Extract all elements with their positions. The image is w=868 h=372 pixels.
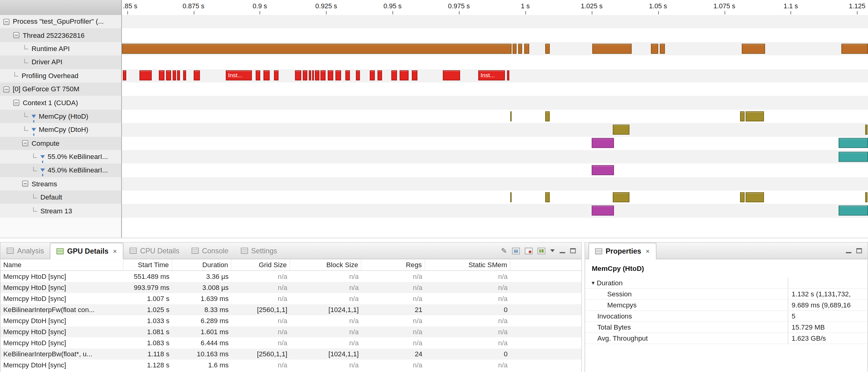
- timeline-bar[interactable]: [510, 111, 512, 121]
- timeline-bar[interactable]: [740, 192, 745, 202]
- timeline-bar[interactable]: [315, 71, 319, 81]
- timeline-lane-streams[interactable]: [122, 177, 868, 191]
- timeline-bar[interactable]: [400, 71, 408, 81]
- timeline-bar[interactable]: [838, 206, 868, 216]
- property-row-avg-throughput[interactable]: Avg. Throughput1.623 GB/s: [585, 333, 867, 344]
- maximize-icon[interactable]: [856, 248, 862, 253]
- focus-icon[interactable]: [525, 248, 533, 254]
- property-row-invocations[interactable]: Invocations5: [585, 311, 867, 322]
- timeline-bar[interactable]: [321, 71, 326, 81]
- timeline-bar[interactable]: [865, 124, 867, 134]
- table-row[interactable]: Memcpy DtoH [sync]1.128 s1.6 msn/an/an/a…: [1, 360, 582, 371]
- timeline-bar[interactable]: [518, 44, 522, 54]
- filter-icon[interactable]: [40, 155, 45, 159]
- tree-row-context[interactable]: −Context 1 (CUDA): [0, 96, 121, 110]
- tree-row-thread[interactable]: −Thread 2522362816: [0, 29, 121, 42]
- collapse-icon[interactable]: −: [13, 99, 19, 106]
- timeline-lane-driver-api[interactable]: [122, 56, 868, 69]
- tree-row-stream-13[interactable]: Stream 13: [0, 204, 121, 218]
- timeline-panel[interactable]: .85 s0.875 s0.9 s0.925 s0.95 s0.975 s1 s…: [122, 0, 868, 238]
- property-row-memcpys[interactable]: Memcpys9.689 ms (9,689,16: [585, 300, 867, 311]
- timeline-bar[interactable]: [651, 44, 658, 54]
- column-header-grid-size[interactable]: Grid Size: [231, 259, 290, 270]
- export-icon[interactable]: [537, 248, 545, 254]
- collapse-icon[interactable]: −: [22, 140, 28, 146]
- column-header-regs[interactable]: Regs: [362, 259, 425, 270]
- tree-row-memcpy-dtoh[interactable]: MemCpy (DtoH): [0, 123, 121, 137]
- timeline-bar[interactable]: [377, 71, 382, 81]
- column-header-start-time[interactable]: Start Time: [123, 259, 172, 270]
- collapse-icon[interactable]: −: [13, 32, 19, 38]
- timeline-bar[interactable]: [166, 71, 171, 81]
- timeline-lane-stream-13[interactable]: [122, 204, 868, 218]
- timeline-bar[interactable]: [838, 138, 868, 148]
- column-header-block-size[interactable]: Block Size: [290, 259, 361, 270]
- column-header-static-smem[interactable]: Static SMem: [425, 259, 510, 270]
- tab-console[interactable]: Console: [186, 242, 235, 259]
- timeline-bar[interactable]: [391, 71, 397, 81]
- timeline-bar[interactable]: [173, 71, 176, 81]
- timeline-bar[interactable]: [545, 111, 550, 121]
- timeline-bar[interactable]: [177, 71, 180, 81]
- tree-row-kernel-55[interactable]: 55.0% KeBilinearI...: [0, 150, 121, 164]
- timeline-lane-kernel-55[interactable]: [122, 150, 868, 164]
- close-icon[interactable]: ×: [113, 248, 117, 255]
- collapse-icon[interactable]: −: [3, 86, 9, 92]
- timeline-bar[interactable]: [660, 44, 665, 54]
- timeline-bar[interactable]: [412, 71, 417, 81]
- tab-cpu-details[interactable]: CPU Details: [123, 242, 185, 259]
- tree-row-compute[interactable]: −Compute: [0, 137, 121, 150]
- timeline-lane-context[interactable]: [122, 96, 868, 110]
- tree-row-runtime-api[interactable]: Runtime API: [0, 42, 121, 56]
- tree-row-process[interactable]: −Process "test_GpuProfiler" (...: [0, 15, 121, 29]
- collapse-icon[interactable]: −: [3, 19, 9, 25]
- timeline-bar[interactable]: [513, 44, 517, 54]
- expander-icon[interactable]: ▼: [591, 280, 595, 286]
- timeline-bar[interactable]: [592, 44, 631, 54]
- filter-icon[interactable]: [32, 115, 36, 118]
- timeline-lane-default-stream[interactable]: [122, 191, 868, 204]
- timeline-lane-memcpy-dtoh[interactable]: [122, 123, 868, 137]
- timeline-bar[interactable]: [256, 71, 260, 81]
- table-row[interactable]: Memcpy HtoD [sync]551.489 ms3.36 µsn/an/…: [1, 271, 582, 282]
- timeline-bar[interactable]: [309, 71, 311, 81]
- timeline-lane-process[interactable]: [122, 15, 868, 29]
- maximize-icon[interactable]: [570, 248, 576, 253]
- timeline-bar[interactable]: [838, 151, 868, 162]
- timeline-bar[interactable]: [303, 71, 307, 81]
- timeline-lane-thread[interactable]: [122, 29, 868, 42]
- tab-gpu-details[interactable]: GPU Details×: [50, 242, 123, 259]
- timeline-bar[interactable]: [592, 206, 614, 216]
- column-header-duration[interactable]: Duration: [172, 259, 231, 270]
- timeline-bar[interactable]: [841, 44, 868, 54]
- timeline-ruler[interactable]: .85 s0.875 s0.9 s0.925 s0.95 s0.975 s1 s…: [122, 0, 868, 15]
- timeline-bar[interactable]: [613, 192, 629, 202]
- timeline-bar[interactable]: [524, 44, 529, 54]
- tab-analysis[interactable]: Analysis: [1, 242, 50, 259]
- timeline-bar[interactable]: [545, 44, 550, 54]
- filter-icon[interactable]: [40, 169, 45, 172]
- timeline-bar[interactable]: [742, 44, 765, 54]
- timeline-bar[interactable]: [370, 71, 375, 81]
- tree-row-memcpy-htod[interactable]: MemCpy (HtoD): [0, 110, 121, 123]
- timeline-bar[interactable]: [312, 71, 314, 81]
- timeline-bar[interactable]: [746, 111, 764, 121]
- timeline-bar[interactable]: [740, 111, 745, 121]
- timeline-lane-memcpy-htod[interactable]: [122, 110, 868, 123]
- table-row[interactable]: Memcpy HtoD [sync]1.007 s1.639 msn/an/an…: [1, 293, 582, 304]
- tab-settings[interactable]: Settings: [235, 242, 283, 259]
- timeline-bar[interactable]: [443, 71, 460, 81]
- timeline-bar[interactable]: [122, 44, 512, 54]
- timeline-lane-profiling-overhead[interactable]: Inst...Inst...: [122, 69, 868, 82]
- timeline-bar[interactable]: [295, 71, 301, 81]
- group-mode-icon[interactable]: [512, 248, 520, 254]
- timeline-bar[interactable]: [746, 192, 764, 202]
- timeline-lane-kernel-45[interactable]: [122, 164, 868, 177]
- timeline-bar[interactable]: [335, 71, 341, 81]
- timeline-bar[interactable]: [264, 71, 270, 81]
- pen-icon[interactable]: ✎: [501, 247, 507, 254]
- tab-properties[interactable]: Properties ×: [589, 242, 656, 259]
- table-row[interactable]: KeBilinearInterpFw(float con...1.025 s8.…: [1, 304, 582, 315]
- timeline-bar[interactable]: [356, 71, 360, 81]
- timeline-bar[interactable]: [194, 71, 200, 81]
